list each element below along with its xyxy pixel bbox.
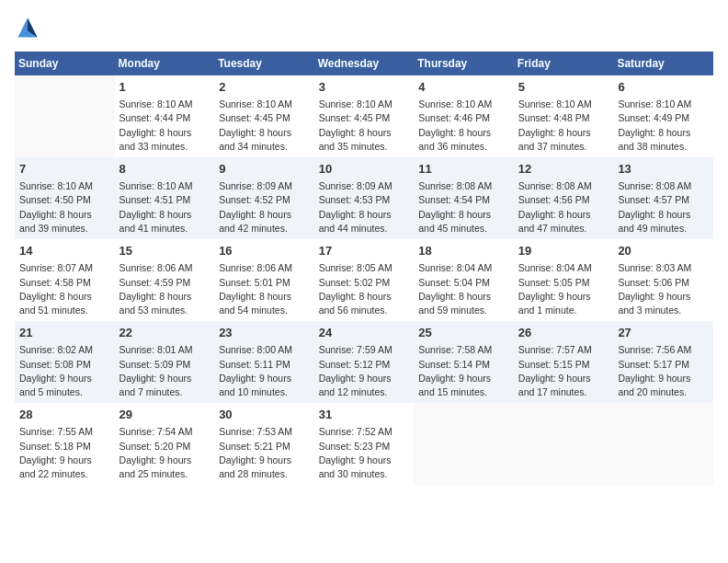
day-info: Sunrise: 8:06 AMSunset: 5:01 PMDaylight:…	[219, 261, 310, 317]
day-info: Sunrise: 8:08 AMSunset: 4:57 PMDaylight:…	[618, 179, 709, 236]
day-info: Sunrise: 8:10 AMSunset: 4:51 PMDaylight:…	[119, 179, 210, 236]
calendar-header-row: SundayMondayTuesdayWednesdayThursdayFrid…	[15, 52, 713, 75]
day-number: 10	[319, 161, 410, 178]
day-info: Sunrise: 8:01 AMSunset: 5:09 PMDaylight:…	[119, 343, 210, 399]
calendar-week-row: 14Sunrise: 8:07 AMSunset: 4:58 PMDayligh…	[15, 239, 713, 321]
calendar-week-row: 21Sunrise: 8:02 AMSunset: 5:08 PMDayligh…	[15, 321, 713, 403]
day-info: Sunrise: 7:52 AMSunset: 5:23 PMDaylight:…	[319, 425, 410, 481]
calendar-cell: 3Sunrise: 8:10 AMSunset: 4:45 PMDaylight…	[314, 75, 415, 157]
calendar-cell: 19Sunrise: 8:04 AMSunset: 5:05 PMDayligh…	[514, 239, 614, 321]
day-info: Sunrise: 8:03 AMSunset: 5:06 PMDaylight:…	[618, 261, 709, 317]
day-info: Sunrise: 8:10 AMSunset: 4:46 PMDaylight:…	[418, 98, 509, 154]
day-number: 6	[618, 79, 709, 96]
day-info: Sunrise: 8:09 AMSunset: 4:52 PMDaylight:…	[219, 179, 310, 236]
day-number: 5	[518, 79, 609, 96]
day-info: Sunrise: 8:10 AMSunset: 4:45 PMDaylight:…	[319, 98, 410, 154]
calendar-cell: 16Sunrise: 8:06 AMSunset: 5:01 PMDayligh…	[214, 239, 314, 321]
day-info: Sunrise: 7:54 AMSunset: 5:20 PMDaylight:…	[119, 425, 210, 481]
calendar-week-row: 7Sunrise: 8:10 AMSunset: 4:50 PMDaylight…	[15, 157, 713, 239]
day-number: 9	[219, 161, 310, 178]
day-number: 1	[119, 79, 210, 96]
calendar-cell: 2Sunrise: 8:10 AMSunset: 4:45 PMDaylight…	[214, 75, 314, 157]
calendar-cell: 15Sunrise: 8:06 AMSunset: 4:59 PMDayligh…	[115, 239, 215, 321]
calendar-cell	[613, 403, 713, 485]
calendar-cell: 30Sunrise: 7:53 AMSunset: 5:21 PMDayligh…	[214, 403, 314, 485]
day-number: 26	[518, 325, 609, 341]
day-info: Sunrise: 7:55 AMSunset: 5:18 PMDaylight:…	[19, 425, 110, 481]
day-number: 16	[219, 243, 310, 259]
day-info: Sunrise: 8:10 AMSunset: 4:50 PMDaylight:…	[19, 179, 110, 236]
header-day: Sunday	[15, 52, 115, 75]
day-number: 12	[518, 161, 609, 178]
day-info: Sunrise: 8:08 AMSunset: 4:54 PMDaylight:…	[418, 179, 509, 236]
calendar-cell: 20Sunrise: 8:03 AMSunset: 5:06 PMDayligh…	[613, 239, 713, 321]
header-day: Saturday	[613, 52, 713, 75]
day-number: 8	[119, 161, 210, 178]
day-info: Sunrise: 7:58 AMSunset: 5:14 PMDaylight:…	[418, 343, 509, 399]
day-number: 14	[19, 243, 110, 259]
day-number: 24	[319, 325, 410, 341]
day-number: 19	[518, 243, 609, 259]
day-number: 15	[119, 243, 210, 259]
calendar-cell: 29Sunrise: 7:54 AMSunset: 5:20 PMDayligh…	[115, 403, 215, 485]
header-day: Thursday	[414, 52, 514, 75]
day-info: Sunrise: 7:59 AMSunset: 5:12 PMDaylight:…	[319, 343, 410, 399]
calendar-cell: 12Sunrise: 8:08 AMSunset: 4:56 PMDayligh…	[514, 157, 614, 239]
day-info: Sunrise: 8:04 AMSunset: 5:05 PMDaylight:…	[518, 261, 609, 317]
calendar-cell: 31Sunrise: 7:52 AMSunset: 5:23 PMDayligh…	[314, 403, 415, 485]
day-number: 23	[219, 325, 310, 341]
calendar-week-row: 28Sunrise: 7:55 AMSunset: 5:18 PMDayligh…	[15, 403, 713, 485]
calendar-cell: 14Sunrise: 8:07 AMSunset: 4:58 PMDayligh…	[15, 239, 115, 321]
day-info: Sunrise: 8:08 AMSunset: 4:56 PMDaylight:…	[518, 179, 609, 236]
calendar-cell	[15, 75, 115, 157]
calendar-cell: 28Sunrise: 7:55 AMSunset: 5:18 PMDayligh…	[15, 403, 115, 485]
day-number: 22	[119, 325, 210, 341]
day-info: Sunrise: 8:00 AMSunset: 5:11 PMDaylight:…	[219, 343, 310, 399]
calendar-cell: 7Sunrise: 8:10 AMSunset: 4:50 PMDaylight…	[15, 157, 115, 239]
calendar-cell: 18Sunrise: 8:04 AMSunset: 5:04 PMDayligh…	[414, 239, 514, 321]
day-info: Sunrise: 8:10 AMSunset: 4:44 PMDaylight:…	[119, 98, 210, 154]
day-number: 2	[219, 79, 310, 96]
calendar-cell: 9Sunrise: 8:09 AMSunset: 4:52 PMDaylight…	[214, 157, 314, 239]
header-day: Monday	[115, 52, 215, 75]
day-info: Sunrise: 8:10 AMSunset: 4:45 PMDaylight:…	[219, 98, 310, 154]
day-info: Sunrise: 8:09 AMSunset: 4:53 PMDaylight:…	[319, 179, 410, 236]
day-info: Sunrise: 8:07 AMSunset: 4:58 PMDaylight:…	[19, 261, 110, 317]
day-number: 21	[19, 325, 110, 341]
calendar-cell: 4Sunrise: 8:10 AMSunset: 4:46 PMDaylight…	[414, 75, 514, 157]
day-number: 13	[618, 161, 709, 178]
calendar-cell: 23Sunrise: 8:00 AMSunset: 5:11 PMDayligh…	[214, 321, 314, 403]
calendar-cell: 17Sunrise: 8:05 AMSunset: 5:02 PMDayligh…	[314, 239, 415, 321]
day-number: 28	[19, 407, 110, 423]
calendar-cell: 5Sunrise: 8:10 AMSunset: 4:48 PMDaylight…	[514, 75, 614, 157]
calendar-table: SundayMondayTuesdayWednesdayThursdayFrid…	[15, 52, 713, 485]
logo	[15, 15, 44, 40]
calendar-cell: 26Sunrise: 7:57 AMSunset: 5:15 PMDayligh…	[514, 321, 614, 403]
day-info: Sunrise: 8:10 AMSunset: 4:48 PMDaylight:…	[518, 98, 609, 154]
day-info: Sunrise: 8:06 AMSunset: 4:59 PMDaylight:…	[119, 261, 210, 317]
day-number: 25	[418, 325, 509, 341]
calendar-cell: 10Sunrise: 8:09 AMSunset: 4:53 PMDayligh…	[314, 157, 415, 239]
calendar-cell: 13Sunrise: 8:08 AMSunset: 4:57 PMDayligh…	[613, 157, 713, 239]
day-info: Sunrise: 8:10 AMSunset: 4:49 PMDaylight:…	[618, 98, 709, 154]
calendar-cell: 25Sunrise: 7:58 AMSunset: 5:14 PMDayligh…	[414, 321, 514, 403]
calendar-cell: 11Sunrise: 8:08 AMSunset: 4:54 PMDayligh…	[414, 157, 514, 239]
day-number: 27	[618, 325, 709, 341]
calendar-cell: 6Sunrise: 8:10 AMSunset: 4:49 PMDaylight…	[613, 75, 713, 157]
day-number: 20	[618, 243, 709, 259]
header-day: Tuesday	[214, 52, 314, 75]
calendar-cell	[414, 403, 514, 485]
day-number: 4	[418, 79, 509, 96]
day-info: Sunrise: 8:04 AMSunset: 5:04 PMDaylight:…	[418, 261, 509, 317]
header-day: Wednesday	[314, 52, 415, 75]
day-number: 31	[319, 407, 410, 423]
day-number: 11	[418, 161, 509, 178]
day-info: Sunrise: 8:05 AMSunset: 5:02 PMDaylight:…	[319, 261, 410, 317]
calendar-cell: 8Sunrise: 8:10 AMSunset: 4:51 PMDaylight…	[115, 157, 215, 239]
day-number: 17	[319, 243, 410, 259]
calendar-body: 1Sunrise: 8:10 AMSunset: 4:44 PMDaylight…	[15, 75, 713, 485]
logo-icon	[15, 15, 40, 40]
day-number: 30	[219, 407, 310, 423]
calendar-cell: 22Sunrise: 8:01 AMSunset: 5:09 PMDayligh…	[115, 321, 215, 403]
calendar-cell: 27Sunrise: 7:56 AMSunset: 5:17 PMDayligh…	[613, 321, 713, 403]
